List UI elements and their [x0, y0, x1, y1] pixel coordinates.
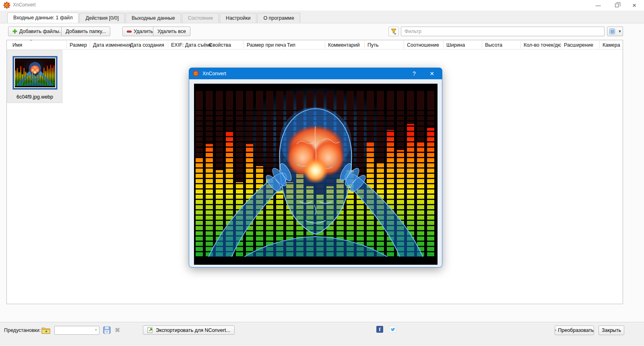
- sort-ascending-icon: ⌃: [29, 39, 33, 43]
- xnconvert-logo-icon: [3, 2, 10, 9]
- column-header-row[interactable]: ⌃ ИмяРазмерДата измененияДата созданияEX…: [7, 40, 623, 49]
- column-header-5[interactable]: Свойства: [209, 42, 231, 48]
- dialog-close-button[interactable]: ✕: [424, 68, 440, 79]
- tab-4[interactable]: Настройки: [220, 13, 256, 23]
- convert-button[interactable]: Преобразовать: [555, 325, 594, 335]
- funnel-icon: [390, 28, 397, 35]
- grid-view-icon: [609, 29, 615, 34]
- close-button[interactable]: Закрыть: [599, 325, 624, 335]
- close-label: Закрыть: [602, 327, 621, 333]
- file-name: 6c04f9.jpg.webp: [17, 94, 53, 100]
- column-header-1[interactable]: Размер: [70, 42, 87, 48]
- file-thumbnail: [13, 56, 57, 89]
- xnconvert-logo-icon: [192, 70, 199, 77]
- open-preset-folder-icon[interactable]: [41, 326, 50, 334]
- add-folder-label: Добавить папку...: [66, 29, 106, 34]
- plus-icon: ✚: [12, 29, 17, 34]
- column-separator: [404, 41, 404, 49]
- dialog-body: [189, 79, 442, 268]
- restore-icon: [615, 4, 619, 7]
- column-separator: [66, 41, 67, 49]
- dialog-help-button[interactable]: ?: [407, 68, 421, 79]
- column-separator: [599, 41, 600, 49]
- column-header-13[interactable]: Кол-во точек/дю: [524, 42, 561, 48]
- filter-funnel-button[interactable]: [388, 27, 399, 36]
- window-titlebar: XnConvert — ✕: [0, 0, 644, 10]
- column-header-7[interactable]: Тип: [287, 42, 295, 48]
- preview-dialog: XnConvert ? ✕: [189, 68, 442, 268]
- window-title: XnConvert: [13, 2, 36, 8]
- column-separator: [168, 41, 168, 49]
- file-item[interactable]: 6c04f9.jpg.webp: [7, 50, 62, 103]
- column-separator: [127, 41, 127, 49]
- filter-input[interactable]: [401, 27, 605, 36]
- dialog-titlebar[interactable]: XnConvert ? ✕: [189, 68, 442, 79]
- convert-label: Преобразовать: [558, 327, 594, 333]
- save-preset-icon[interactable]: [103, 326, 111, 334]
- tab-5[interactable]: О программе: [257, 13, 300, 23]
- remove-label: Удалить: [134, 29, 153, 34]
- tab-2[interactable]: Выходные данные: [126, 13, 181, 23]
- column-header-11[interactable]: Ширина: [446, 42, 465, 48]
- export-icon: [147, 327, 153, 333]
- minus-icon: [127, 31, 132, 33]
- add-files-button[interactable]: ✚ Добавить файлы...: [8, 27, 68, 36]
- preset-select[interactable]: ˅: [54, 326, 99, 335]
- column-separator: [244, 41, 244, 49]
- column-header-2[interactable]: Дата изменения: [93, 42, 131, 48]
- column-header-14[interactable]: Расширение: [564, 42, 593, 48]
- add-folder-button[interactable]: Добавить папку...: [61, 27, 110, 36]
- column-separator: [90, 41, 90, 49]
- close-window-button[interactable]: ✕: [625, 0, 643, 10]
- convert-icon: [555, 327, 556, 333]
- column-header-9[interactable]: Путь: [367, 42, 378, 48]
- column-header-10[interactable]: Соотношение: [407, 42, 439, 48]
- column-separator: [364, 41, 365, 49]
- remove-all-label: Удалить все: [157, 29, 186, 34]
- combo-arrow-icon: ˅: [95, 328, 97, 332]
- export-nconvert-button[interactable]: Экспортировать для NConvert...: [143, 325, 235, 335]
- export-label: Экспортировать для NConvert...: [156, 327, 230, 333]
- view-options-dropdown[interactable]: ▼: [617, 27, 623, 36]
- minimize-button[interactable]: —: [589, 0, 607, 10]
- restore-button[interactable]: [608, 0, 625, 10]
- column-header-15[interactable]: Камера: [603, 42, 620, 48]
- column-separator: [561, 41, 561, 49]
- twitter-icon[interactable]: [389, 326, 396, 333]
- column-separator: [206, 41, 206, 49]
- delete-preset-icon[interactable]: ✖: [115, 326, 120, 334]
- tab-0[interactable]: Входные данные: 1 файл: [7, 12, 78, 23]
- column-separator: [482, 41, 482, 49]
- column-separator: [284, 41, 284, 49]
- remove-all-button[interactable]: Удалить все: [153, 27, 190, 36]
- presets-label: Предустановки:: [4, 327, 41, 333]
- preview-image: [194, 84, 438, 265]
- tab-strip: Входные данные: 1 файлДействия [0/0]Выхо…: [0, 13, 644, 23]
- thumbnail-view-button[interactable]: [607, 27, 617, 36]
- tab-3: Состояние: [182, 13, 219, 23]
- dialog-title: XnConvert: [202, 71, 226, 76]
- column-separator: [443, 41, 444, 49]
- column-separator: [520, 41, 521, 49]
- column-header-6[interactable]: Размер при печа: [247, 42, 286, 48]
- column-header-0[interactable]: Имя: [12, 42, 22, 48]
- bottom-bar: Предустановки: ˅ ✖ Экспортировать для NC…: [0, 322, 644, 346]
- column-header-3[interactable]: Дата создания: [130, 42, 164, 48]
- column-header-8[interactable]: Комментарий: [328, 42, 360, 48]
- tab-1[interactable]: Действия [0/0]: [79, 13, 125, 23]
- remove-button[interactable]: Удалить: [122, 27, 157, 36]
- column-separator: [325, 41, 325, 49]
- add-files-label: Добавить файлы...: [19, 29, 64, 34]
- bird-icon: [390, 327, 395, 332]
- facebook-icon[interactable]: f: [376, 326, 383, 333]
- column-header-12[interactable]: Высота: [485, 42, 502, 48]
